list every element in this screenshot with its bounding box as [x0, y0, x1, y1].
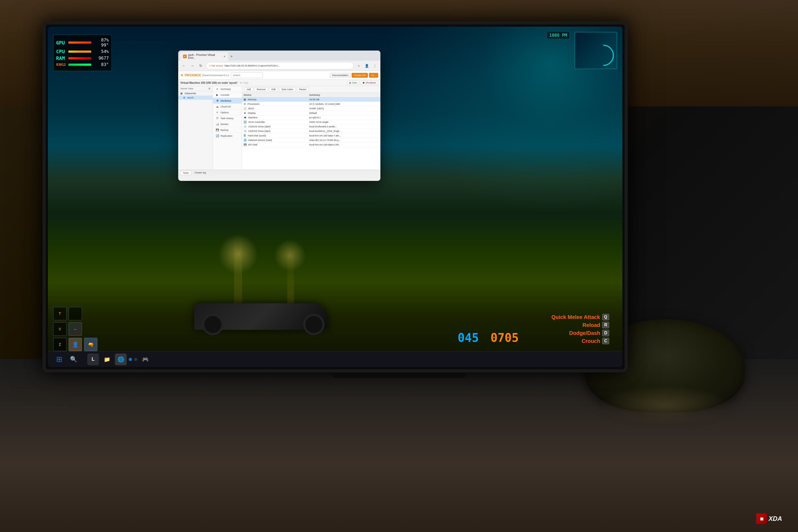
hardware-table-row[interactable]: 🌐 Network Device (net0) virtio=BC:24:11:…	[242, 138, 380, 142]
taskbar-app-dot1[interactable]	[129, 358, 132, 361]
cloudinit-icon: ☁	[215, 105, 219, 108]
windows-taskbar: ⊞ 🔍 L 📁 🌐 🎮	[48, 351, 623, 367]
temp-bar	[68, 63, 91, 66]
gpu-stat: GPU 87% 99°	[56, 38, 109, 48]
taskbar-app-chrome[interactable]: 🌐	[115, 354, 127, 365]
hw-remove-button[interactable]: Remove	[254, 87, 268, 92]
nav-item-monitor[interactable]: 📊 Monitor	[213, 121, 242, 127]
proxmox-search-input[interactable]	[231, 72, 263, 78]
crouch-label: Crouch	[582, 338, 600, 344]
nav-item-hardware[interactable]: ⚙ Hardware	[213, 98, 242, 104]
bookmark-button[interactable]: ☆	[355, 62, 362, 69]
start-button[interactable]: ⊞	[53, 354, 65, 365]
forward-button[interactable]: →	[189, 62, 196, 69]
nav-item-console[interactable]: ▶ Console	[213, 92, 242, 98]
cluster-log-tab[interactable]: Cluster log	[192, 171, 208, 175]
proxmox-brand: PROXMOX	[185, 73, 201, 77]
icon-row-1: T	[53, 307, 97, 320]
hw-disk-action-button[interactable]: Disk Action	[279, 87, 296, 92]
reload-label: Reload	[583, 322, 600, 328]
hw-device-cell: 🗄 Hard Disk (scsi0)	[242, 134, 307, 138]
monitor-nav-label: Monitor	[221, 123, 228, 126]
hud-icon-v: V	[53, 322, 66, 336]
nav-item-summary[interactable]: ≡ Summary	[213, 86, 242, 92]
new-tab-button[interactable]: +	[229, 52, 234, 61]
menu-button[interactable]: ⋮	[371, 62, 378, 69]
hardware-table-row[interactable]: 💽 SCSI Controller VirtIO SCSI single	[242, 120, 380, 125]
gpu-value: 87% 99°	[93, 38, 109, 48]
monitor-icon: 📊	[215, 122, 219, 126]
monitor-frame: GPU 87% 99° CPU 54% RAM 9677 83012 83°	[42, 21, 628, 373]
hw-device-cell: 💿 CD/DVD Drive (ide0)	[242, 125, 307, 129]
crouch-control: Crouch C	[551, 338, 609, 344]
hw-edit-button[interactable]: Edit	[269, 87, 278, 92]
browser-tab-active[interactable]: P ayuh - Proxmox Virtual Envi... ✕	[180, 52, 228, 61]
shutdown-vm-button[interactable]: ⏹ Shutdown	[360, 81, 378, 85]
xda-text-label: XDA	[768, 515, 782, 522]
hardware-table-row[interactable]: 🗄 Hard Disk (scsi0) local-lvm:vm-100-dat…	[242, 134, 380, 138]
hw-add-button[interactable]: Add	[244, 87, 253, 92]
nav-item-backup[interactable]: 💾 Backup	[213, 127, 242, 133]
tree-item-node[interactable]: 🖥 ayush	[178, 95, 212, 100]
cpu-bar	[68, 51, 91, 53]
temp-label: 83012	[56, 63, 67, 66]
nav-item-taskhistory[interactable]: ⏱ Task History	[213, 115, 242, 121]
hardware-table-row[interactable]: 💿 CD/DVD Drive (ide0) local-lvm/boot/8.2…	[242, 125, 380, 129]
hardware-table-row[interactable]: 📋 BIOS OVMF (UEFI)	[242, 107, 380, 111]
hardware-table-row[interactable]: 💻 Machine pc-q35-8.1	[242, 115, 380, 120]
hardware-table-row[interactable]: ⚙ Processors 10 (1 sockets, 10 cores) [x…	[242, 102, 380, 107]
address-bar[interactable]: ⚠ Not secure https://192.168.29.32:8006/…	[206, 62, 354, 70]
taskbar-app-l[interactable]: L	[87, 354, 99, 365]
hw-device-name: Display	[248, 112, 256, 114]
nav-item-replication[interactable]: 🔄 Replication	[213, 133, 242, 139]
icon-row-3: Z 👤 🔫	[53, 338, 97, 351]
taskbar-app-files[interactable]: 📁	[101, 354, 113, 365]
reload-control: Reload R	[551, 322, 609, 328]
hw-device-cell: ⚙ Processors	[242, 102, 307, 107]
summary-icon: ≡	[215, 88, 219, 91]
nav-item-options[interactable]: ≡ Options	[213, 110, 242, 115]
hw-device-cell: ▦ Memory	[242, 97, 307, 102]
hardware-table-row[interactable]: ▦ Memory 24.00 GB	[242, 97, 380, 102]
options-icon: ≡	[215, 111, 219, 114]
profile-button[interactable]: 👤	[363, 62, 370, 69]
hw-resize-button[interactable]: Resize	[297, 87, 309, 92]
mini-map	[574, 32, 617, 69]
vm-nav-panel: ≡ Summary ▶ Console ⚙ Hardware ☁	[213, 86, 242, 170]
hardware-table-row[interactable]: 💾 EFI Disk local-lvm:vm-100-data-0.nfo	[242, 142, 380, 147]
hw-device-icon: 🗄	[244, 134, 246, 137]
taskbar-app-xbox[interactable]: 🎮	[139, 354, 151, 365]
browser-chrome: P ayuh - Proxmox Virtual Envi... ✕ +	[178, 51, 380, 61]
documentation-button[interactable]: Documentation	[330, 73, 351, 78]
hardware-table-body: ▦ Memory 24.00 GB ⚙ Processors 10 (1 soc…	[242, 97, 380, 147]
proxmox-vm-header: Virtual Machine 100 (VM 100) on node 'ay…	[178, 79, 380, 86]
back-button[interactable]: ←	[180, 62, 187, 69]
hud-stats-panel: GPU 87% 99° CPU 54% RAM 9677 83012 83°	[53, 35, 112, 71]
hardware-nav-label: Hardware	[221, 99, 231, 102]
create-ct-button[interactable]: Cr...	[369, 73, 378, 78]
taskbar-search-button[interactable]: 🔍	[68, 354, 79, 365]
hw-device-icon: 💻	[244, 116, 247, 119]
create-vm-button[interactable]: Create VM	[352, 73, 368, 78]
tasks-tab[interactable]: Tasks	[180, 171, 191, 175]
proxmox-main-layout: Server View ⚙ ▦ Datacenter 🖥 ayush	[178, 86, 380, 170]
hw-device-name: BIOS	[248, 107, 254, 110]
tree-item-datacenter[interactable]: ▦ Datacenter	[178, 91, 212, 95]
start-vm-button[interactable]: ▶ Start	[347, 81, 359, 85]
hud-weapon-icon: 🔫	[84, 338, 97, 351]
hud-icon-t: T	[53, 307, 66, 320]
refresh-button[interactable]: ↻	[197, 62, 204, 69]
not-secure-badge: ⚠ Not secure	[209, 64, 223, 67]
nav-item-cloudinit[interactable]: ☁ Cloud-Init	[213, 104, 242, 110]
taskbar-app-dot2[interactable]	[134, 358, 137, 361]
hw-summary-cell: pc-q35-8.1	[307, 115, 380, 120]
hw-device-icon: 💽	[244, 121, 247, 124]
hw-summary-cell: 10 (1 sockets, 10 cores) [x86	[307, 102, 380, 107]
replication-nav-label: Replication	[221, 135, 232, 137]
hardware-table-row[interactable]: 🖥 Display Default	[242, 111, 380, 115]
summary-column-header: Summary	[307, 93, 380, 97]
tab-close-button[interactable]: ✕	[224, 55, 226, 58]
hardware-table-row[interactable]: 💿 CD/DVD Drive (ide2) local:iso/Win11_22…	[242, 129, 380, 134]
vm-tags: No Tags	[240, 81, 248, 84]
hw-summary-cell: local-lvm:vm-100-data-7.ath...	[307, 134, 380, 138]
